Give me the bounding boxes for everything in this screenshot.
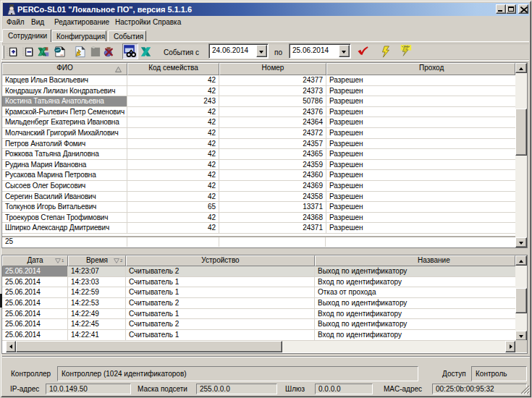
svg-text:1: 1: [62, 258, 64, 263]
svg-text:2: 2: [120, 258, 123, 263]
